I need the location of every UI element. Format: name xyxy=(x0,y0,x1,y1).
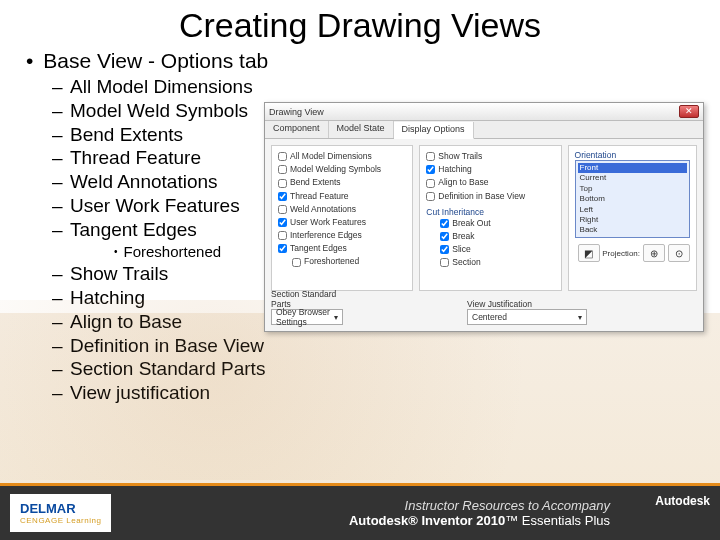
projection-third-angle[interactable]: ⊙ xyxy=(668,244,690,262)
bullet-main-text: Base View - Options tab xyxy=(43,49,268,72)
orientation-item[interactable]: Top xyxy=(578,184,687,194)
orientation-listbox[interactable]: Front Current Top Bottom Left Right Back… xyxy=(575,160,690,238)
chk-break[interactable]: Break xyxy=(440,230,554,243)
chk-interference-edges[interactable]: Interference Edges xyxy=(278,229,406,242)
orientation-col: Orientation Front Current Top Bottom Lef… xyxy=(568,145,697,291)
projection-label: Projection: xyxy=(600,249,640,258)
view-justification-label: View Justification xyxy=(467,299,587,309)
cengage-text: CENGAGE Learning xyxy=(20,516,101,525)
orientation-item[interactable]: Left xyxy=(578,205,687,215)
dialog-titlebar[interactable]: Drawing View ✕ xyxy=(265,103,703,121)
chk-tangent-edges[interactable]: Tangent Edges xyxy=(278,242,406,255)
bullet-main: •Base View - Options tab xyxy=(26,49,720,73)
footer-line1: Instructor Resources to Accompany xyxy=(349,498,610,513)
chk-hatching[interactable]: Hatching xyxy=(426,163,554,176)
projection-first-angle[interactable]: ⊕ xyxy=(643,244,665,262)
chk-align-to-base[interactable]: Align to Base xyxy=(426,176,554,189)
chk-break-out[interactable]: Break Out xyxy=(440,217,554,230)
chk-foreshortened[interactable]: Foreshortened xyxy=(292,255,406,268)
cube-icon[interactable]: ◩ xyxy=(578,244,600,262)
orientation-item[interactable]: Bottom xyxy=(578,194,687,204)
footer-line2: Autodesk® Inventor 2010™ Essentials Plus xyxy=(349,513,610,528)
orientation-item[interactable]: Current xyxy=(578,173,687,183)
tab-component[interactable]: Component xyxy=(265,121,329,138)
orientation-item[interactable]: Right xyxy=(578,215,687,225)
autodesk-logo: Autodesk xyxy=(655,494,710,508)
sub-item: –All Model Dimensions xyxy=(52,75,720,99)
drawing-view-dialog: Drawing View ✕ Component Model State Dis… xyxy=(264,102,704,332)
orientation-label: Orientation xyxy=(575,150,690,160)
dialog-body: All Model Dimensions Model Welding Symbo… xyxy=(265,139,703,297)
options-col-1: All Model Dimensions Model Welding Symbo… xyxy=(271,145,413,291)
sub-item: –Definition in Base View xyxy=(52,334,720,358)
chk-model-welding-symbols[interactable]: Model Welding Symbols xyxy=(278,163,406,176)
chk-all-model-dimensions[interactable]: All Model Dimensions xyxy=(278,150,406,163)
footer-accent xyxy=(0,483,720,486)
cut-inheritance-label: Cut Inheritance xyxy=(426,207,554,217)
chk-weld-annotations[interactable]: Weld Annotations xyxy=(278,203,406,216)
orientation-item[interactable]: Front xyxy=(578,163,687,173)
orientation-item[interactable]: Back xyxy=(578,225,687,235)
close-button[interactable]: ✕ xyxy=(679,105,699,118)
footer-bar: DELMAR CENGAGE Learning Instructor Resou… xyxy=(0,486,720,540)
dialog-footer-left: Section Standard Parts Obey Browser Sett… xyxy=(271,289,343,325)
chk-show-trails[interactable]: Show Trails xyxy=(426,150,554,163)
options-col-2: Show Trails Hatching Align to Base Defin… xyxy=(419,145,561,291)
section-std-parts-dropdown[interactable]: Obey Browser Settings▾ xyxy=(271,309,343,325)
chk-definition-in-base-view[interactable]: Definition in Base View xyxy=(426,190,554,203)
sub-item: –View justification xyxy=(52,381,720,405)
section-std-parts-label: Section Standard Parts xyxy=(271,289,343,309)
chk-slice[interactable]: Slice xyxy=(440,243,554,256)
tab-model-state[interactable]: Model State xyxy=(329,121,394,138)
dialog-tabs: Component Model State Display Options xyxy=(265,121,703,139)
tab-display-options[interactable]: Display Options xyxy=(394,122,474,139)
sub-item: –Section Standard Parts xyxy=(52,357,720,381)
dialog-footer-mid: View Justification Centered▾ xyxy=(467,299,587,325)
dialog-title: Drawing View xyxy=(269,107,324,117)
chk-section[interactable]: Section xyxy=(440,256,554,269)
view-justification-dropdown[interactable]: Centered▾ xyxy=(467,309,587,325)
delmar-text: DELMAR xyxy=(20,501,101,516)
projection-row: ◩ Projection: ⊕ ⊙ xyxy=(575,244,690,262)
delmar-logo: DELMAR CENGAGE Learning xyxy=(10,494,111,532)
slide-title: Creating Drawing Views xyxy=(0,0,720,45)
chk-bend-extents[interactable]: Bend Extents xyxy=(278,176,406,189)
chk-user-work-features[interactable]: User Work Features xyxy=(278,216,406,229)
orientation-item[interactable]: Iso Top Right xyxy=(578,236,687,238)
slide: Creating Drawing Views •Base View - Opti… xyxy=(0,0,720,540)
chk-thread-feature[interactable]: Thread Feature xyxy=(278,190,406,203)
